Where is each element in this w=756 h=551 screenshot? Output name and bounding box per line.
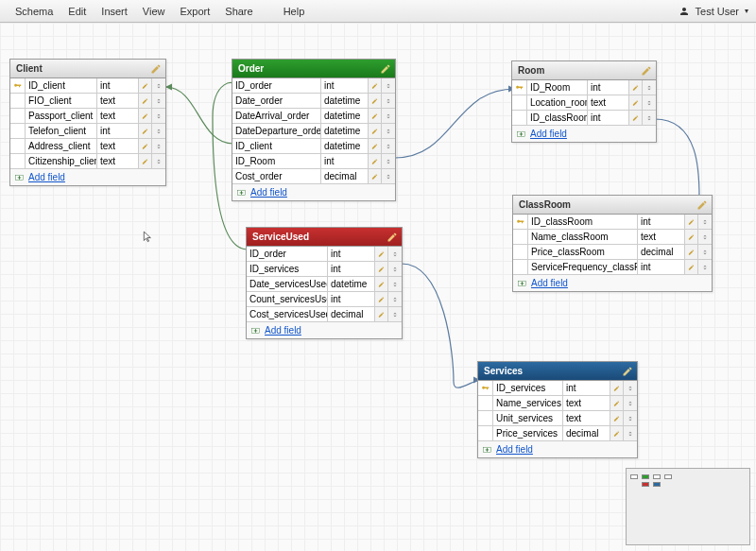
reorder-cell[interactable] xyxy=(152,78,165,93)
pencil-icon[interactable] xyxy=(142,142,148,151)
reorder-cell[interactable] xyxy=(388,292,402,306)
reorder-cell[interactable] xyxy=(624,426,637,440)
reorder-cell[interactable] xyxy=(152,109,165,123)
table-row[interactable]: Cost_servicesUseddecimal xyxy=(247,307,402,321)
table-room[interactable]: Room ID_RoomintLocation_roomtextID_class… xyxy=(511,60,657,143)
table-row[interactable]: Telefon_clientint xyxy=(10,124,165,139)
table-row[interactable]: Price_servicesdecimal xyxy=(478,426,637,440)
reorder-cell[interactable] xyxy=(152,154,165,168)
reorder-icon[interactable] xyxy=(155,157,163,166)
edit-cell[interactable] xyxy=(375,307,388,321)
edit-cell[interactable] xyxy=(375,277,388,291)
reorder-cell[interactable] xyxy=(388,277,402,291)
reorder-cell[interactable] xyxy=(388,247,402,261)
pencil-icon[interactable] xyxy=(142,157,148,166)
pencil-icon[interactable] xyxy=(142,81,148,91)
reorder-cell[interactable] xyxy=(382,94,395,108)
reorder-cell[interactable] xyxy=(624,411,637,425)
edit-icon[interactable] xyxy=(622,366,633,377)
edit-cell[interactable] xyxy=(139,139,152,153)
pencil-icon[interactable] xyxy=(632,98,639,108)
reorder-cell[interactable] xyxy=(698,230,712,244)
table-row[interactable]: Cost_orderdecimal xyxy=(232,169,395,183)
pencil-icon[interactable] xyxy=(613,429,620,439)
reorder-icon[interactable] xyxy=(701,263,709,272)
reorder-cell[interactable] xyxy=(382,139,395,153)
table-row[interactable]: Price_classRoomdecimal xyxy=(513,245,712,260)
reorder-cell[interactable] xyxy=(152,139,165,153)
reorder-cell[interactable] xyxy=(698,215,712,229)
table-row[interactable]: ID_orderint xyxy=(247,247,402,262)
reorder-icon[interactable] xyxy=(385,142,392,151)
table-header[interactable]: Room xyxy=(512,61,656,80)
edit-icon[interactable] xyxy=(380,63,391,75)
edit-cell[interactable] xyxy=(375,247,388,261)
table-row[interactable]: ID_servicesint xyxy=(247,262,402,277)
table-header[interactable]: ServiceUsed xyxy=(247,228,402,247)
menu-view[interactable]: View xyxy=(135,2,173,21)
pencil-icon[interactable] xyxy=(142,127,148,136)
reorder-icon[interactable] xyxy=(627,414,634,423)
table-row[interactable]: ID_classRoomint xyxy=(512,111,656,125)
table-row[interactable]: ID_servicesint xyxy=(478,381,637,396)
reorder-icon[interactable] xyxy=(385,172,392,181)
menu-edit[interactable]: Edit xyxy=(60,2,94,21)
reorder-cell[interactable] xyxy=(152,124,165,138)
edit-cell[interactable] xyxy=(629,111,643,125)
reorder-cell[interactable] xyxy=(624,396,637,410)
edit-cell[interactable] xyxy=(610,411,624,425)
reorder-cell[interactable] xyxy=(382,124,395,138)
pencil-icon[interactable] xyxy=(632,83,639,93)
reorder-icon[interactable] xyxy=(627,399,634,408)
reorder-icon[interactable] xyxy=(391,280,399,289)
pencil-icon[interactable] xyxy=(378,280,385,289)
table-row[interactable]: ID_Roomint xyxy=(512,80,656,95)
table-row[interactable]: Count_servicesUsedint xyxy=(247,292,402,307)
add-field-link[interactable]: Add field xyxy=(478,440,637,457)
reorder-icon[interactable] xyxy=(155,112,163,121)
table-services[interactable]: Services ID_servicesintName_servicestext… xyxy=(477,361,638,458)
edit-icon[interactable] xyxy=(387,232,398,243)
menu-export[interactable]: Export xyxy=(173,2,218,21)
reorder-icon[interactable] xyxy=(627,384,634,393)
pencil-icon[interactable] xyxy=(142,96,148,106)
reorder-cell[interactable] xyxy=(382,169,395,183)
pencil-icon[interactable] xyxy=(371,172,378,181)
reorder-icon[interactable] xyxy=(701,217,709,227)
pencil-icon[interactable] xyxy=(613,414,620,423)
table-header[interactable]: Client xyxy=(10,60,165,78)
edit-cell[interactable] xyxy=(610,426,624,440)
pencil-icon[interactable] xyxy=(371,157,378,166)
reorder-cell[interactable] xyxy=(643,95,656,110)
reorder-icon[interactable] xyxy=(385,127,392,136)
edit-icon[interactable] xyxy=(150,63,162,75)
table-row[interactable]: ID_orderint xyxy=(232,78,395,94)
reorder-cell[interactable] xyxy=(382,154,395,168)
reorder-icon[interactable] xyxy=(155,81,163,91)
pencil-icon[interactable] xyxy=(371,81,378,91)
edit-cell[interactable] xyxy=(369,154,382,168)
edit-cell[interactable] xyxy=(375,262,388,276)
reorder-cell[interactable] xyxy=(698,260,712,274)
pencil-icon[interactable] xyxy=(688,217,695,227)
reorder-cell[interactable] xyxy=(388,307,402,321)
table-row[interactable]: ID_clientdatetime xyxy=(232,139,395,154)
table-row[interactable]: Date_servicesUseddatetime xyxy=(247,277,402,292)
minimap[interactable] xyxy=(626,468,750,545)
edit-cell[interactable] xyxy=(375,292,388,306)
menu-schema[interactable]: Schema xyxy=(8,2,60,21)
table-row[interactable]: Name_classRoomtext xyxy=(513,230,712,245)
add-field-link[interactable]: Add field xyxy=(512,125,656,142)
pencil-icon[interactable] xyxy=(142,112,148,121)
menu-share[interactable]: Share xyxy=(217,2,260,21)
edit-cell[interactable] xyxy=(369,139,382,153)
reorder-cell[interactable] xyxy=(698,245,712,259)
edit-cell[interactable] xyxy=(685,215,698,229)
table-row[interactable]: ID_classRoomint xyxy=(513,215,712,230)
reorder-icon[interactable] xyxy=(701,248,709,257)
reorder-cell[interactable] xyxy=(382,109,395,123)
edit-cell[interactable] xyxy=(139,109,152,123)
table-order[interactable]: Order ID_orderintDate_orderdatetimeDateA… xyxy=(232,59,396,201)
reorder-icon[interactable] xyxy=(385,112,392,121)
add-field-link[interactable]: Add field xyxy=(247,321,402,338)
